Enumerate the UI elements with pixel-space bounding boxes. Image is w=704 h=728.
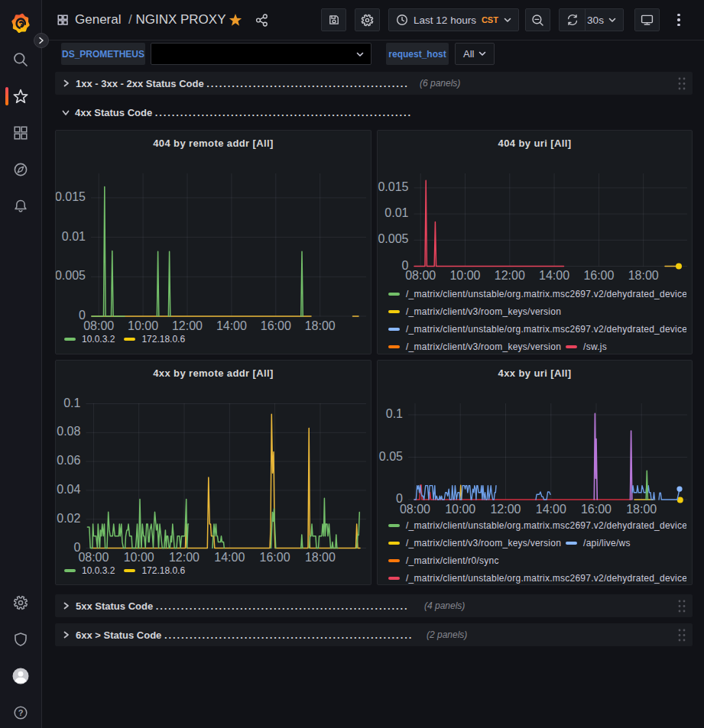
svg-text:0.01: 0.01: [384, 206, 408, 219]
svg-text:18:00: 18:00: [305, 551, 336, 564]
svg-text:0.005: 0.005: [56, 269, 86, 282]
svg-text:10:00: 10:00: [124, 551, 154, 564]
svg-text:14:00: 14:00: [214, 551, 245, 564]
svg-text:08:00: 08:00: [405, 269, 436, 282]
svg-text:0.05: 0.05: [379, 450, 403, 463]
svg-text:0.04: 0.04: [57, 483, 80, 496]
svg-text:12:00: 12:00: [172, 319, 203, 332]
svg-text:18:00: 18:00: [628, 269, 659, 282]
svg-text:16:00: 16:00: [261, 319, 291, 332]
svg-text:18:00: 18:00: [305, 319, 336, 332]
svg-text:0.015: 0.015: [56, 190, 86, 203]
svg-text:0.015: 0.015: [378, 180, 408, 193]
svg-text:0.1: 0.1: [63, 396, 80, 409]
svg-text:08:00: 08:00: [400, 503, 430, 516]
svg-text:10:00: 10:00: [445, 503, 475, 516]
svg-text:12:00: 12:00: [490, 503, 521, 516]
svg-text:0.08: 0.08: [57, 425, 80, 438]
svg-text:12:00: 12:00: [495, 269, 525, 282]
svg-text:08:00: 08:00: [78, 551, 109, 564]
svg-text:18:00: 18:00: [626, 503, 657, 516]
svg-text:0.02: 0.02: [57, 512, 80, 525]
svg-text:10:00: 10:00: [449, 269, 480, 282]
svg-text:0.06: 0.06: [57, 454, 80, 467]
svg-text:16:00: 16:00: [581, 503, 612, 516]
svg-text:12:00: 12:00: [169, 551, 200, 564]
svg-text:16:00: 16:00: [260, 551, 290, 564]
svg-text:14:00: 14:00: [539, 269, 569, 282]
svg-text:10:00: 10:00: [128, 319, 158, 332]
svg-text:0.1: 0.1: [386, 407, 403, 420]
svg-text:0.005: 0.005: [378, 232, 408, 245]
svg-text:14:00: 14:00: [536, 503, 566, 516]
svg-text:16:00: 16:00: [583, 269, 614, 282]
svg-text:08:00: 08:00: [83, 319, 114, 332]
svg-text:0.01: 0.01: [62, 230, 86, 243]
svg-text:?: ?: [18, 708, 24, 717]
svg-text:14:00: 14:00: [216, 319, 247, 332]
